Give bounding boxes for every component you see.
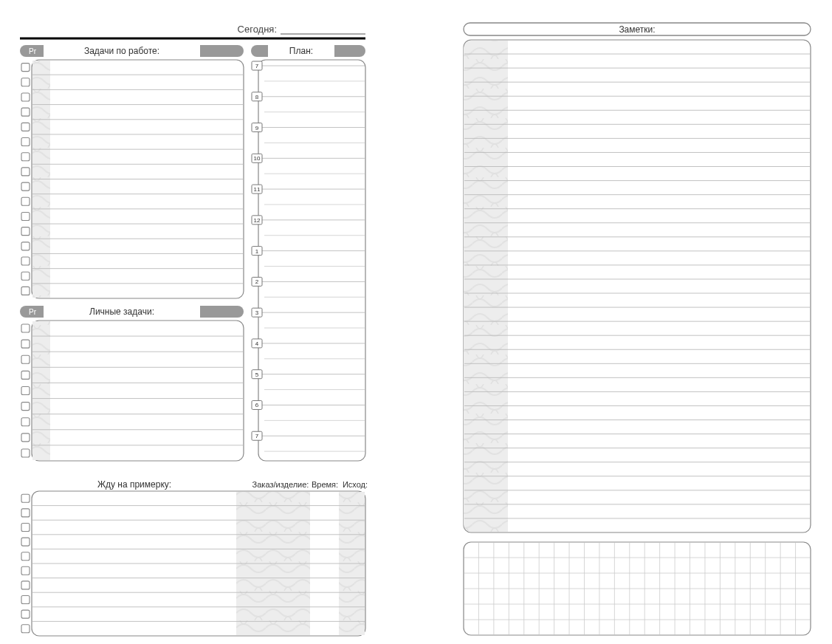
- work-tasks-header: Pr Задачи по работе:: [20, 45, 244, 57]
- notes-box[interactable]: [464, 40, 811, 532]
- svg-rect-44: [464, 40, 811, 532]
- checkbox[interactable]: [21, 402, 30, 411]
- today-field: Сегодня:: [238, 24, 365, 35]
- hour-label: 10: [254, 155, 261, 162]
- checkbox[interactable]: [21, 610, 30, 618]
- svg-rect-8: [32, 321, 244, 461]
- fitting-headers: Жду на примерку: Заказ/изделие: Время: И…: [97, 479, 368, 490]
- checkbox[interactable]: [21, 625, 30, 633]
- hour-label: 4: [255, 340, 259, 347]
- checkbox[interactable]: [21, 449, 30, 457]
- work-tasks-title: Задачи по работе:: [84, 46, 159, 56]
- notes-title: Заметки:: [619, 24, 655, 35]
- svg-rect-12: [258, 60, 365, 461]
- checkbox[interactable]: [21, 242, 30, 250]
- today-label: Сегодня:: [238, 24, 277, 35]
- hour-label: 12: [254, 217, 261, 224]
- work-pr-badge: Pr: [29, 47, 37, 55]
- checkbox[interactable]: [21, 566, 30, 575]
- plan-header: План:: [251, 45, 365, 57]
- checkbox[interactable]: [21, 138, 30, 146]
- hour-label: 6: [255, 402, 259, 408]
- grid-box[interactable]: [464, 542, 811, 635]
- plan-title: План:: [289, 46, 313, 56]
- hour-label: 3: [255, 309, 259, 316]
- checkbox[interactable]: [21, 434, 30, 442]
- fitting-col-time: Время:: [312, 480, 338, 489]
- fitting-title: Жду на примерку:: [97, 479, 171, 490]
- checkbox[interactable]: [21, 596, 30, 604]
- fitting-box[interactable]: [21, 491, 365, 636]
- checkbox[interactable]: [21, 64, 30, 72]
- work-tasks-box[interactable]: [21, 60, 244, 298]
- svg-rect-9: [32, 321, 50, 460]
- checkbox[interactable]: [21, 340, 30, 348]
- checkbox[interactable]: [21, 355, 30, 363]
- personal-tasks-header: Pr Личные задачи:: [20, 306, 244, 318]
- checkbox[interactable]: [21, 227, 30, 236]
- checkbox[interactable]: [21, 287, 30, 295]
- checkbox[interactable]: [21, 197, 30, 205]
- plan-box[interactable]: 7891011121234567: [252, 60, 365, 461]
- checkbox[interactable]: [21, 581, 30, 589]
- fitting-col-order: Заказ/изделие:: [252, 480, 309, 489]
- hour-label: 11: [254, 186, 261, 193]
- checkbox[interactable]: [21, 257, 30, 265]
- checkbox[interactable]: [21, 93, 30, 101]
- hour-label: 5: [255, 371, 259, 378]
- checkbox[interactable]: [21, 272, 30, 280]
- hour-label: 1: [255, 248, 259, 255]
- checkbox[interactable]: [21, 387, 30, 395]
- checkbox[interactable]: [21, 371, 30, 379]
- personal-tasks-title: Личные задачи:: [89, 306, 154, 317]
- hour-label: 8: [255, 94, 259, 100]
- checkbox[interactable]: [21, 538, 30, 546]
- left-page: Сегодня: Pr Задачи по работе: Pr Личные …: [20, 24, 368, 636]
- checkbox[interactable]: [21, 324, 30, 332]
- hour-label: 9: [255, 125, 259, 131]
- checkbox[interactable]: [21, 182, 30, 191]
- right-page: Заметки:: [464, 23, 811, 635]
- checkbox[interactable]: [21, 509, 30, 517]
- notes-header: Заметки:: [464, 23, 811, 35]
- checkbox[interactable]: [21, 552, 30, 561]
- hour-label: 2: [255, 278, 259, 285]
- checkbox[interactable]: [21, 418, 30, 426]
- hour-label: 7: [255, 63, 259, 69]
- hour-label: 7: [255, 433, 259, 439]
- personal-pr-badge: Pr: [29, 308, 37, 316]
- checkbox[interactable]: [21, 78, 30, 86]
- checkbox[interactable]: [21, 494, 30, 502]
- checkbox[interactable]: [21, 168, 30, 176]
- personal-tasks-box[interactable]: [21, 321, 244, 461]
- fitting-col-result: Исход:: [343, 480, 368, 489]
- checkbox[interactable]: [21, 524, 30, 532]
- checkbox[interactable]: [21, 153, 30, 161]
- checkbox[interactable]: [21, 108, 30, 116]
- checkbox[interactable]: [21, 212, 30, 220]
- checkbox[interactable]: [21, 123, 30, 131]
